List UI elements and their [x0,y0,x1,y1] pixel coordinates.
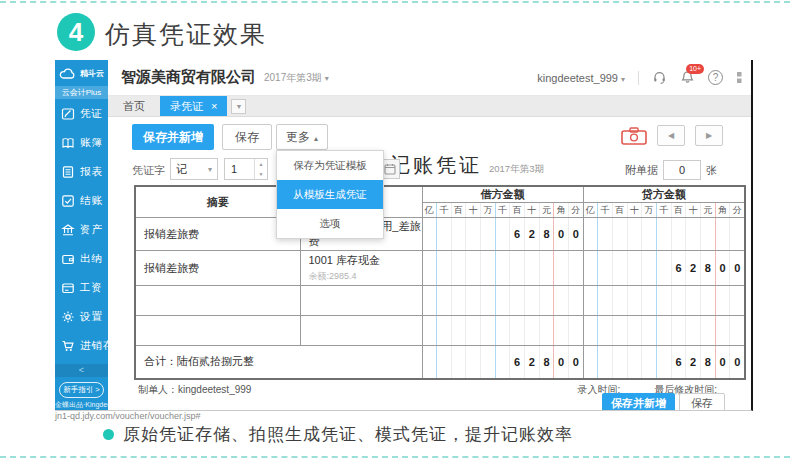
account-cell[interactable] [300,316,422,346]
headset-icon[interactable] [652,70,667,85]
sidebar-item-payroll[interactable]: 工资 [55,273,108,302]
step-title: 仿真凭证效果 [105,18,267,51]
divider [638,71,639,85]
digit-cell: 6 [672,346,687,378]
credit-amount-cell[interactable] [583,316,745,346]
save-button[interactable]: 保存 [222,124,272,150]
sidebar-item-books[interactable]: 账簿 [55,128,108,157]
digit-cell [452,346,467,378]
tab-home[interactable]: 首页 [108,96,160,116]
col-header-debit: 借方金额 [422,186,583,203]
account-cell[interactable] [300,286,422,316]
period-selector[interactable]: 2017年第3期▾ [264,71,329,85]
save-and-new-button[interactable]: 保存并新增 [132,124,214,150]
stepper-down-icon[interactable]: ▼ [255,169,267,179]
digit-cell [657,218,672,250]
digit-cell [423,316,438,345]
credit-amount-cell[interactable]: 62800 [583,251,745,286]
summary-cell[interactable] [135,286,300,316]
sidebar-item-reports[interactable]: 报表 [55,157,108,186]
sidebar-item-assets[interactable]: 资产 [55,215,108,244]
voucher-photo-icon[interactable] [621,127,647,146]
digit-cell [672,218,687,250]
chevron-down-icon: ▾ [325,74,329,83]
account-cell[interactable]: 1001 库存现金 余额:2985.4 [300,251,422,286]
sidebar-item-closing[interactable]: 结账 [55,186,108,215]
tab-bar: 首页 录凭证 × ▼ [108,96,751,117]
digit-cell [628,346,643,378]
step-number: 4 [69,17,83,48]
digit-cell [613,316,628,345]
step-number-badge: 4 [57,13,95,51]
digit-cell [510,286,525,315]
digit-cell [496,251,511,285]
card-icon [61,281,75,295]
digit-cell [540,251,555,285]
digit-cell [657,286,672,315]
menu-item-options[interactable]: 选项 [277,209,383,238]
digit-cell [423,251,438,285]
digit-cell [554,286,569,315]
digit-cell [628,251,643,285]
digit-cell [584,346,599,378]
apps-icon-partial[interactable] [736,71,743,84]
stepper-up-icon[interactable]: ▲ [255,159,267,169]
digit-cell [423,218,438,250]
total-credit-cell: 62800 [583,346,745,379]
brand-name: 精斗云 [80,68,104,79]
menu-item-save-as-template[interactable]: 保存为凭证模板 [277,151,383,180]
user-menu[interactable]: kingdeetest_999▾ [537,72,625,84]
voucher-number-stepper[interactable]: 1 ▲ ▼ [224,158,268,180]
digit-cell [613,251,628,285]
debit-amount-cell[interactable] [422,286,583,316]
col-header-credit: 贷方金额 [583,186,745,203]
digit-cell [598,218,613,250]
digit-cell [437,346,452,378]
debit-amount-cell[interactable] [422,316,583,346]
top-divider [0,1,790,3]
credit-amount-cell[interactable] [583,286,745,316]
more-button[interactable]: 更多▴ [276,124,328,150]
debit-digit-headers: 亿千百十万千百十元角分 [422,203,583,218]
digit-cell [525,286,540,315]
digit-cell [730,316,744,345]
digit-cell [496,346,511,378]
digit-cell [466,346,481,378]
digit-cell [554,251,569,285]
credit-amount-cell[interactable] [583,218,745,251]
attachment-count-input[interactable] [663,160,701,180]
sidebar-collapse[interactable]: < [55,364,108,377]
voucher-word-select[interactable]: 记▾ [170,158,218,180]
debit-amount-cell[interactable]: 62800 [422,218,583,251]
close-icon[interactable]: × [211,101,217,112]
help-icon[interactable]: ? [708,70,723,85]
digit-cell [716,218,731,250]
guide-badge[interactable]: 新手指引 > [59,382,104,398]
sidebar-item-settings[interactable]: 设置 [55,302,108,331]
digit-cell [628,218,643,250]
footer-save-button[interactable]: 保存 [679,393,725,411]
debit-amount-cell[interactable] [422,251,583,286]
footer-save-and-new-button[interactable]: 保存并新增 [602,393,675,411]
sidebar-item-inventory[interactable]: 进销存 [55,331,108,360]
total-in-words: 合计：陆佰贰拾捌元整 [135,346,422,379]
summary-cell[interactable]: 报销差旅费 [135,251,300,286]
digit-cell [525,316,540,345]
summary-cell[interactable] [135,316,300,346]
tab-list-button[interactable]: ▼ [231,99,246,114]
sidebar-item-voucher[interactable]: 凭证 [55,99,108,128]
next-voucher-button[interactable]: ▶ [695,125,723,146]
digit-cell: 8 [701,346,716,378]
voucher-page: 保存并新增 保存 更多▴ 保存为凭证模板 从模板生成凭证 选项 ◀ ▶ 凭证字 … [108,117,751,410]
prev-voucher-button[interactable]: ◀ [657,125,685,146]
digit-cell [613,218,628,250]
sidebar-item-cashier[interactable]: 出纳 [55,244,108,273]
sidebar: 精斗云 云会计Plus 凭证 账簿 报表 结账 资产 [55,60,108,410]
digit-cell [598,251,613,285]
tab-voucher-entry[interactable]: 录凭证 × [160,96,227,116]
menu-item-generate-from-template[interactable]: 从模板生成凭证 [277,180,383,209]
notification-bell-icon[interactable]: 10+ [680,70,695,85]
digit-cell [496,218,511,250]
digit-cell [481,286,496,315]
digit-cell [452,218,467,250]
